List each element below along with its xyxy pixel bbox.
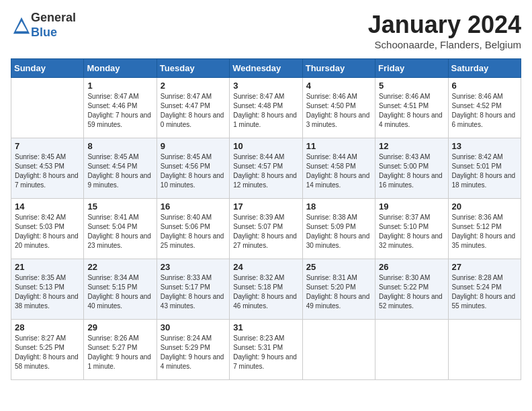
calendar-cell: 21Sunrise: 8:35 AMSunset: 5:13 PMDayligh…: [11, 259, 84, 320]
day-info: Sunrise: 8:42 AMSunset: 5:01 PMDaylight:…: [452, 152, 517, 190]
day-info: Sunrise: 8:24 AMSunset: 5:29 PMDaylight:…: [161, 334, 226, 371]
calendar-cell: 11Sunrise: 8:44 AMSunset: 4:58 PMDayligh…: [302, 138, 375, 199]
logo-text: General Blue: [31, 11, 76, 40]
day-number: 8: [87, 141, 152, 151]
day-info: Sunrise: 8:27 AMSunset: 5:25 PMDaylight:…: [15, 334, 80, 371]
day-number: 13: [452, 141, 517, 151]
day-number: 15: [87, 201, 152, 212]
col-header-friday: Friday: [375, 59, 448, 78]
calendar-cell: 25Sunrise: 8:31 AMSunset: 5:20 PMDayligh…: [302, 259, 375, 320]
day-number: 14: [15, 201, 80, 212]
day-number: 24: [233, 262, 298, 272]
calendar-cell: 13Sunrise: 8:42 AMSunset: 5:01 PMDayligh…: [448, 138, 521, 199]
day-info: Sunrise: 8:31 AMSunset: 5:20 PMDaylight:…: [306, 273, 371, 311]
day-number: 12: [379, 141, 444, 151]
calendar-header-row: SundayMondayTuesdayWednesdayThursdayFrid…: [11, 59, 521, 78]
calendar-cell: 20Sunrise: 8:36 AMSunset: 5:12 PMDayligh…: [448, 199, 521, 259]
col-header-wednesday: Wednesday: [230, 59, 302, 78]
page-header: General Blue January 2024 Schoonaarde, F…: [11, 11, 521, 50]
day-number: 27: [452, 262, 517, 272]
day-info: Sunrise: 8:45 AMSunset: 4:54 PMDaylight:…: [87, 152, 152, 190]
month-title: January 2024: [368, 11, 521, 39]
day-number: 21: [15, 262, 80, 272]
day-number: 4: [306, 81, 371, 91]
day-number: 6: [452, 81, 517, 91]
day-info: Sunrise: 8:30 AMSunset: 5:22 PMDaylight:…: [379, 273, 444, 311]
calendar-cell: 12Sunrise: 8:43 AMSunset: 5:00 PMDayligh…: [375, 138, 448, 199]
day-info: Sunrise: 8:33 AMSunset: 5:17 PMDaylight:…: [161, 273, 226, 311]
day-info: Sunrise: 8:41 AMSunset: 5:04 PMDaylight:…: [87, 213, 152, 250]
day-info: Sunrise: 8:44 AMSunset: 4:57 PMDaylight:…: [233, 152, 298, 190]
calendar-cell: 10Sunrise: 8:44 AMSunset: 4:57 PMDayligh…: [230, 138, 302, 199]
day-number: 1: [87, 81, 152, 91]
day-info: Sunrise: 8:47 AMSunset: 4:48 PMDaylight:…: [233, 92, 298, 130]
calendar-cell: 26Sunrise: 8:30 AMSunset: 5:22 PMDayligh…: [375, 259, 448, 320]
calendar-body: 1Sunrise: 8:47 AMSunset: 4:46 PMDaylight…: [11, 78, 521, 380]
day-info: Sunrise: 8:26 AMSunset: 5:27 PMDaylight:…: [87, 334, 152, 371]
calendar-cell: 4Sunrise: 8:46 AMSunset: 4:50 PMDaylight…: [302, 78, 375, 138]
calendar-cell: 14Sunrise: 8:42 AMSunset: 5:03 PMDayligh…: [11, 199, 84, 259]
calendar-cell: 23Sunrise: 8:33 AMSunset: 5:17 PMDayligh…: [157, 259, 229, 320]
col-header-saturday: Saturday: [448, 59, 521, 78]
day-info: Sunrise: 8:46 AMSunset: 4:51 PMDaylight:…: [379, 92, 444, 130]
col-header-tuesday: Tuesday: [157, 59, 229, 78]
day-number: 22: [87, 262, 152, 272]
day-number: 23: [161, 262, 226, 272]
calendar-cell: 17Sunrise: 8:39 AMSunset: 5:07 PMDayligh…: [230, 199, 302, 259]
title-block: January 2024 Schoonaarde, Flanders, Belg…: [368, 11, 521, 50]
day-info: Sunrise: 8:38 AMSunset: 5:09 PMDaylight:…: [306, 213, 371, 250]
calendar-cell: [11, 78, 84, 138]
calendar-cell: 1Sunrise: 8:47 AMSunset: 4:46 PMDaylight…: [84, 78, 157, 138]
day-info: Sunrise: 8:47 AMSunset: 4:47 PMDaylight:…: [161, 92, 226, 130]
col-header-monday: Monday: [84, 59, 157, 78]
day-info: Sunrise: 8:39 AMSunset: 5:07 PMDaylight:…: [233, 213, 298, 250]
day-number: 17: [233, 201, 298, 212]
col-header-thursday: Thursday: [302, 59, 375, 78]
day-number: 18: [306, 201, 371, 212]
day-info: Sunrise: 8:42 AMSunset: 5:03 PMDaylight:…: [15, 213, 80, 250]
day-info: Sunrise: 8:34 AMSunset: 5:15 PMDaylight:…: [87, 273, 152, 311]
day-number: 10: [233, 141, 298, 151]
calendar-cell: 16Sunrise: 8:40 AMSunset: 5:06 PMDayligh…: [157, 199, 229, 259]
day-info: Sunrise: 8:46 AMSunset: 4:50 PMDaylight:…: [306, 92, 371, 130]
calendar-week-row: 21Sunrise: 8:35 AMSunset: 5:13 PMDayligh…: [11, 259, 521, 320]
day-info: Sunrise: 8:28 AMSunset: 5:24 PMDaylight:…: [452, 273, 517, 311]
day-number: 31: [233, 322, 298, 332]
calendar-week-row: 14Sunrise: 8:42 AMSunset: 5:03 PMDayligh…: [11, 199, 521, 259]
calendar-cell: 15Sunrise: 8:41 AMSunset: 5:04 PMDayligh…: [84, 199, 157, 259]
day-number: 25: [306, 262, 371, 272]
calendar-cell: 28Sunrise: 8:27 AMSunset: 5:25 PMDayligh…: [11, 320, 84, 380]
day-info: Sunrise: 8:46 AMSunset: 4:52 PMDaylight:…: [452, 92, 517, 130]
day-number: 19: [379, 201, 444, 212]
logo: General Blue: [11, 11, 76, 40]
calendar-cell: 24Sunrise: 8:32 AMSunset: 5:18 PMDayligh…: [230, 259, 302, 320]
day-number: 26: [379, 262, 444, 272]
calendar-cell: 22Sunrise: 8:34 AMSunset: 5:15 PMDayligh…: [84, 259, 157, 320]
day-info: Sunrise: 8:32 AMSunset: 5:18 PMDaylight:…: [233, 273, 298, 311]
calendar-cell: 7Sunrise: 8:45 AMSunset: 4:53 PMDaylight…: [11, 138, 84, 199]
calendar-cell: 9Sunrise: 8:45 AMSunset: 4:56 PMDaylight…: [157, 138, 229, 199]
calendar-cell: 6Sunrise: 8:46 AMSunset: 4:52 PMDaylight…: [448, 78, 521, 138]
day-number: 20: [452, 201, 517, 212]
day-info: Sunrise: 8:47 AMSunset: 4:46 PMDaylight:…: [87, 92, 152, 130]
calendar-cell: 3Sunrise: 8:47 AMSunset: 4:48 PMDaylight…: [230, 78, 302, 138]
calendar-week-row: 7Sunrise: 8:45 AMSunset: 4:53 PMDaylight…: [11, 138, 521, 199]
day-info: Sunrise: 8:40 AMSunset: 5:06 PMDaylight:…: [161, 213, 226, 250]
day-number: 11: [306, 141, 371, 151]
calendar-cell: 27Sunrise: 8:28 AMSunset: 5:24 PMDayligh…: [448, 259, 521, 320]
day-info: Sunrise: 8:45 AMSunset: 4:56 PMDaylight:…: [161, 152, 226, 190]
day-number: 3: [233, 81, 298, 91]
calendar-week-row: 1Sunrise: 8:47 AMSunset: 4:46 PMDaylight…: [11, 78, 521, 138]
day-info: Sunrise: 8:43 AMSunset: 5:00 PMDaylight:…: [379, 152, 444, 190]
day-info: Sunrise: 8:36 AMSunset: 5:12 PMDaylight:…: [452, 213, 517, 250]
day-info: Sunrise: 8:35 AMSunset: 5:13 PMDaylight:…: [15, 273, 80, 311]
day-info: Sunrise: 8:37 AMSunset: 5:10 PMDaylight:…: [379, 213, 444, 250]
calendar-cell: 30Sunrise: 8:24 AMSunset: 5:29 PMDayligh…: [157, 320, 229, 380]
day-number: 7: [15, 141, 80, 151]
day-number: 9: [161, 141, 226, 151]
day-number: 30: [161, 322, 226, 332]
day-number: 16: [161, 201, 226, 212]
calendar-cell: 2Sunrise: 8:47 AMSunset: 4:47 PMDaylight…: [157, 78, 229, 138]
location: Schoonaarde, Flanders, Belgium: [368, 39, 521, 50]
day-info: Sunrise: 8:44 AMSunset: 4:58 PMDaylight:…: [306, 152, 371, 190]
